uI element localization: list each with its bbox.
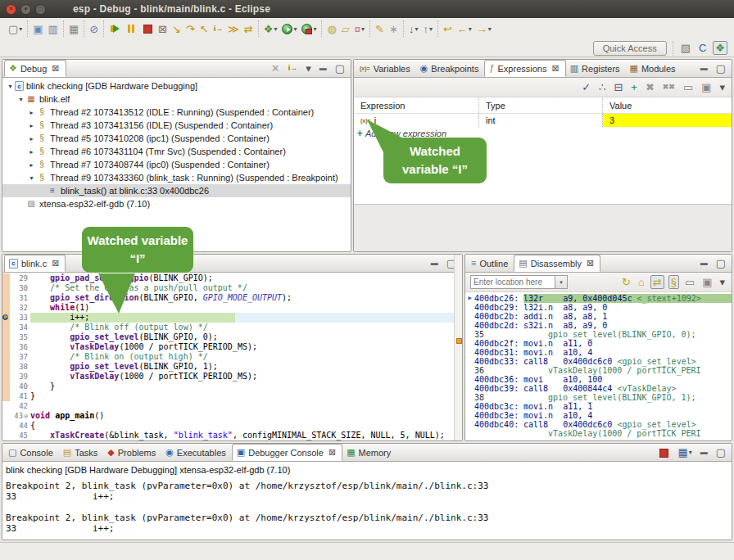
instruction-stepping-button[interactable]: i→ [212,25,225,34]
editor-line[interactable]: 31 gpio_set_direction(BLINK_GPIO, GPIO_M… [2,293,462,303]
collapse-all-button[interactable]: ⊟ [612,81,624,93]
next-annotation-button[interactable]: ↓▾ [407,23,420,35]
tab-breakpoints[interactable]: ◉Breakpoints [416,60,485,77]
disassembly-line[interactable]: 400dbc3c:movi.n a11, 1 [465,402,732,411]
step-return-button[interactable]: ↖ [198,23,211,35]
maximize-button[interactable]: ▢ [333,62,347,75]
debug-tree-row[interactable]: ▸§Thread #5 1073410208 (ipc1) (Suspended… [2,132,351,145]
tab-registers[interactable]: ▥Registers [566,60,626,77]
dropdown-arrow-icon[interactable]: ▾ [293,25,297,33]
minimize-button[interactable]: ▬ [318,64,328,73]
dropdown-arrow-icon[interactable]: ▾ [19,25,22,33]
editor-line[interactable]: 29 gpio_pad_select_gpio(BLINK_GPIO); [2,273,462,283]
minimize-button[interactable]: ▬ [699,64,709,73]
debug-tree-row[interactable]: ▸§Thread #7 1073408744 (ipc0) (Suspended… [2,158,351,171]
location-dropdown-icon[interactable]: ▾ [555,275,568,289]
run-button[interactable]: ▾ [280,23,298,35]
save-button[interactable]: ▣ [31,23,44,35]
debug-tree-row[interactable]: ▾▦blink.elf [2,93,351,106]
dropdown-arrow-icon[interactable]: ▾ [313,25,316,33]
resume-button[interactable] [107,22,122,35]
close-tab-icon[interactable]: ⊠ [551,64,559,73]
disassembly-line[interactable]: 38gpio_set_level(BLINK_GPIO, 1); [465,393,732,402]
editor-line[interactable]: 45 xTaskCreate(&blink_task, "blink_task"… [2,431,462,440]
debug-tree-row[interactable]: ▸§Thread #2 1073413512 (IDLE : Running) … [2,106,351,119]
twistie-icon[interactable]: ▸ [27,161,36,169]
close-tab-icon[interactable]: ⊠ [587,259,594,268]
dropdown-arrow-icon[interactable]: ▾ [429,25,433,33]
remove-all-expressions-button[interactable]: ✖✖ [661,83,677,92]
debug-perspective-button[interactable]: ❖ [713,41,727,55]
twistie-icon[interactable]: ▾ [27,174,36,182]
show-source-button[interactable]: § [668,275,679,289]
disassembly-line[interactable]: 400dbc2d:s32i.n a8, a9, 0 [465,321,732,330]
open-element-button[interactable]: ◍ [325,23,338,35]
maximize-button[interactable]: ▢ [714,446,727,458]
editor-line[interactable]: 34 /* Blink off (output low) */ [2,323,462,332]
maximize-button[interactable]: ▢ [35,4,46,15]
view-menu-button[interactable]: ▾ [718,81,727,93]
editor-line[interactable]: 35 gpio_set_level(BLINK_GPIO, 0); [2,332,462,342]
tab-variables[interactable]: (x)=Variables [356,60,416,77]
disassembly-line[interactable]: 400dbc36:movi a10, 100 [465,375,732,384]
forward-button[interactable]: →▾ [475,23,493,35]
home-button[interactable]: ⌂ [637,276,646,288]
location-input[interactable] [470,275,555,289]
open-new-view-button[interactable]: ▭ [683,276,696,288]
code-editor[interactable]: 29 gpio_pad_select_gpio(BLINK_GPIO);30 /… [2,273,462,441]
twistie-icon[interactable]: ▸ [27,148,36,156]
disassembly-line[interactable]: 400dbc3e:movi.n a10, 4 [465,411,732,420]
search-button[interactable]: ¤▾ [353,23,366,35]
disassembly-line[interactable]: 400dbc39:call8 0x400844c4 <vTaskDelay> [465,384,732,393]
refresh-button[interactable]: ↻ [620,276,632,288]
disassembly-line[interactable]: 400dbc40:call8 0x400dc6c0 <gpio_set_leve… [465,420,732,429]
tab-expressions[interactable]: ƒExpressions⊠ [484,60,565,77]
disassembly-line[interactable]: 35gpio_set_level(BLINK_GPIO, 0); [465,330,732,339]
tab-debug[interactable]: ❖Debug⊠ [4,60,66,77]
new-wizard-button[interactable]: ▢▾ [7,23,24,35]
editor-line[interactable]: 44{ [2,421,462,431]
fold-marker-icon[interactable]: ⊖ [24,413,28,420]
remove-all-terminated-button[interactable]: ✕ [270,62,282,75]
minimize-button[interactable]: ▾ [20,4,31,15]
terminate-button[interactable] [140,22,155,35]
debug-tree-row[interactable]: ▸§Thread #6 1073431104 (Tmr Svc) (Suspen… [2,145,351,158]
disassembly-line[interactable]: vTaskDelay(1000 / portTICK PERI [465,429,732,438]
disassembly-line[interactable]: 36vTaskDelay(1000 / portTICK_PERI [465,366,732,375]
close-tab-icon[interactable]: ⊠ [52,64,59,73]
tab-tasks[interactable]: ▤Tasks [59,444,104,461]
disassembly-line[interactable]: 400dbc29:l32i.n a8, a9, 0 [465,303,732,312]
skip-all-breakpoints-button[interactable]: ⊘ [88,23,100,35]
tab-problems[interactable]: ◆Problems [103,444,161,461]
tab-outline[interactable]: ≡Outline [467,255,514,272]
suspend-button[interactable] [124,22,138,35]
debug-tree-row[interactable]: ▨xtensa-esp32-elf-gdb (7.10) [2,197,351,210]
disassembly-line[interactable]: 400dbc33:call8 0x400dc6c0 <gpio_set_leve… [465,357,732,366]
remove-expression-button[interactable]: ✖ [644,81,656,93]
tab-executables[interactable]: ◉Executables [161,444,232,461]
save-all-button[interactable]: ▥ [47,23,60,35]
dropdown-arrow-icon[interactable]: ▾ [274,25,277,33]
annotation-marker[interactable] [456,338,462,344]
disassembly-listing[interactable]: ▶400dbc26:l32r a9, 0x400d045c <_stext+10… [465,292,732,438]
pin-view-button[interactable]: ▣ [700,276,714,288]
external-tools-button[interactable]: ▾ [300,23,318,35]
disassembly-line[interactable]: 400dbc31:movi.n a10, 4 [465,348,732,357]
editor-line[interactable]: 30 /* Set the GPIO as a push/pull output… [2,283,462,293]
minimize-button[interactable]: ▬ [699,448,709,457]
twistie-icon[interactable]: ▾ [16,96,25,103]
last-edit-location-button[interactable]: ↩ [442,23,454,35]
view-menu-button[interactable]: ▾ [718,276,727,288]
debug-button[interactable]: ❖▾ [262,23,279,35]
tab-blink-c[interactable]: cblink.c⊠ [4,255,66,272]
tab-memory[interactable]: ▦Memory [342,444,396,461]
minimize-button[interactable]: ▬ [429,259,440,268]
step-over-button[interactable]: ↷ [184,23,197,35]
minimize-button[interactable]: ▬ [699,259,709,268]
twistie-icon[interactable]: ▸ [27,122,36,129]
column-header-type[interactable]: Type [479,97,603,113]
dropdown-arrow-icon[interactable]: ▾ [488,25,492,33]
open-resource-button[interactable]: ▱ [340,23,351,35]
add-expression-button[interactable]: + [629,81,639,93]
disconnect-button[interactable]: ⊠ [156,23,169,35]
